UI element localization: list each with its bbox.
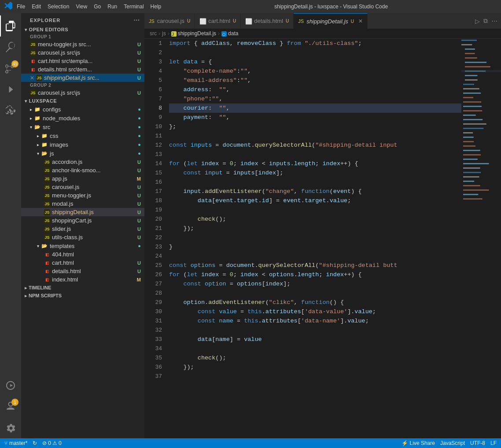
js-file-icon: JS bbox=[36, 75, 42, 81]
activity-bar: 49 1 bbox=[0, 13, 21, 438]
menu-run[interactable]: Run bbox=[107, 4, 117, 10]
sync-icon: ↻ bbox=[33, 440, 37, 446]
timeline-section[interactable]: TIMELINE bbox=[21, 284, 144, 292]
run-button[interactable]: ▷ bbox=[475, 18, 480, 25]
menu-selection[interactable]: Selection bbox=[48, 4, 69, 10]
folder-images[interactable]: 📁 images ● bbox=[21, 140, 144, 149]
file-menu-toggler[interactable]: JS menu-toggler.js U bbox=[21, 191, 144, 200]
code-line-12: const inputs = document.querySelectorAll… bbox=[169, 141, 461, 150]
breadcrumb-file[interactable]: JshippingDetail.js bbox=[171, 30, 216, 37]
menu-edit[interactable]: Edit bbox=[32, 4, 41, 10]
folder-node-modules[interactable]: 📁 node_modules ● bbox=[21, 114, 144, 122]
language-indicator[interactable]: JavaScript bbox=[440, 440, 465, 446]
file-404[interactable]: ◧ 404.html bbox=[21, 250, 144, 259]
code-content[interactable]: import { addClass, removeClass } from ".… bbox=[166, 39, 461, 438]
file-badge: U bbox=[137, 168, 144, 173]
file-slider[interactable]: JS slider.js U bbox=[21, 225, 144, 233]
tab-js-icon: JS bbox=[149, 19, 155, 24]
line-numbers: 1 2 3 4 5 6 7 8 9 10 11 12 13 14 15 16 1… bbox=[144, 39, 166, 438]
remote-icon[interactable] bbox=[0, 375, 21, 396]
open-editors-header[interactable]: OPEN EDITORS bbox=[21, 26, 144, 33]
account-icon[interactable]: 1 bbox=[0, 396, 21, 417]
new-file-icon[interactable]: ⋯ bbox=[133, 17, 140, 24]
menu-help[interactable]: Help bbox=[151, 4, 162, 10]
file-utils-class[interactable]: JS utils-class.js U bbox=[21, 233, 144, 241]
menu-file[interactable]: File bbox=[17, 4, 25, 10]
tab-details[interactable]: ⬜ details.html U bbox=[241, 13, 294, 29]
tab-close-button[interactable]: ✕ bbox=[358, 18, 363, 24]
file-details-html[interactable]: ◧ details.html U bbox=[21, 267, 144, 275]
close-icon[interactable]: ✕ bbox=[30, 75, 34, 81]
open-editor-carousel2[interactable]: JS carousel.js src\js U bbox=[21, 89, 144, 97]
open-editor-label: carousel.js src\js bbox=[38, 89, 80, 96]
open-editor-details[interactable]: ◧ details.html src\tem... U bbox=[21, 65, 144, 74]
tab-shipping-detail[interactable]: JS shippingDetail.js U ✕ bbox=[294, 13, 368, 29]
code-line-26: for (let index = 0; index < options.leng… bbox=[169, 270, 461, 279]
minimap-canvas bbox=[461, 39, 501, 303]
file-shopping-cart[interactable]: JS shoppingCart.js U bbox=[21, 216, 144, 225]
open-editor-menu-toggler[interactable]: JS menu-toggler.js src... U bbox=[21, 40, 144, 48]
open-editor-cart[interactable]: ◧ cart.html src\templa... U bbox=[21, 57, 144, 65]
folder-icon: 📁 bbox=[41, 132, 48, 139]
file-app[interactable]: JS app.js M bbox=[21, 174, 144, 183]
folder-icon: 📁 bbox=[34, 115, 41, 122]
extensions-activity-icon[interactable] bbox=[0, 100, 21, 121]
menu-go[interactable]: Go bbox=[94, 4, 101, 10]
live-share-button[interactable]: ⚡ Live Share bbox=[402, 440, 435, 446]
tab-cart[interactable]: ⬜ cart.html U bbox=[195, 13, 241, 29]
open-editor-carousel[interactable]: JS carousel.js src\js U bbox=[21, 48, 144, 57]
sync-button[interactable]: ↻ bbox=[33, 440, 37, 446]
menu-view[interactable]: View bbox=[76, 4, 87, 10]
encoding-indicator[interactable]: UTF-8 bbox=[470, 440, 485, 446]
file-anchor[interactable]: JS anchor-link-smoo... U bbox=[21, 166, 144, 174]
file-modal[interactable]: JS modal.js U bbox=[21, 200, 144, 208]
file-badge: U bbox=[137, 90, 144, 96]
code-line-32 bbox=[169, 326, 461, 335]
menu-terminal[interactable]: Terminal bbox=[124, 4, 144, 10]
luxspace-label: LUXSPACE bbox=[29, 98, 57, 104]
folder-badge: ● bbox=[138, 151, 144, 156]
file-badge: U bbox=[137, 269, 144, 274]
file-badge: U bbox=[137, 193, 144, 198]
branch-indicator[interactable]: ⑂ master* bbox=[4, 440, 27, 446]
error-indicator[interactable]: ⊘ 0 ⚠ 0 bbox=[42, 440, 61, 446]
folder-src[interactable]: 📂 src ● bbox=[21, 122, 144, 131]
file-cart-html[interactable]: ◧ cart.html U bbox=[21, 259, 144, 267]
line-ending-indicator[interactable]: LF bbox=[490, 440, 497, 446]
run-activity-icon[interactable] bbox=[0, 79, 21, 100]
search-activity-icon[interactable] bbox=[0, 37, 21, 58]
tab-carousel[interactable]: JS carousel.js U bbox=[144, 13, 195, 29]
folder-js[interactable]: 📂 js ● bbox=[21, 149, 144, 158]
folder-icon: 📂 bbox=[41, 242, 48, 249]
menu-bar[interactable]: File Edit Selection View Go Run Terminal… bbox=[17, 4, 161, 10]
split-editor-button[interactable]: ⧉ bbox=[483, 17, 488, 25]
folder-configs[interactable]: 📁 configs ● bbox=[21, 105, 144, 114]
settings-activity-icon[interactable] bbox=[0, 417, 21, 438]
file-index-html[interactable]: ◧ index.html M bbox=[21, 275, 144, 284]
sidebar-header-actions: ⋯ bbox=[133, 17, 140, 24]
folder-label: node_modules bbox=[43, 115, 80, 122]
file-shipping-detail[interactable]: JS shippingDetail.js U bbox=[21, 208, 144, 216]
code-editor[interactable]: 1 2 3 4 5 6 7 8 9 10 11 12 13 14 15 16 1… bbox=[144, 39, 501, 438]
npm-scripts-section[interactable]: NPM SCRIPTS bbox=[21, 292, 144, 300]
folder-templates[interactable]: 📂 templates ● bbox=[21, 241, 144, 250]
file-label: menu-toggler.js bbox=[52, 192, 91, 199]
code-line-35: check(); bbox=[169, 353, 461, 363]
error-icon: ⊘ bbox=[42, 440, 47, 446]
html-file-icon: ◧ bbox=[30, 58, 36, 64]
file-accordion[interactable]: JS accordion.js U bbox=[21, 158, 144, 166]
file-label: app.js bbox=[52, 175, 67, 182]
luxspace-header[interactable]: LUXSPACE bbox=[21, 97, 144, 105]
file-carousel-js[interactable]: JS carousel.js U bbox=[21, 183, 144, 191]
file-label: 404.html bbox=[52, 251, 74, 258]
breadcrumb-symbol[interactable]: ⬡data bbox=[221, 30, 238, 37]
breadcrumb-src[interactable]: src bbox=[150, 30, 157, 37]
tab-html-icon: ⬜ bbox=[245, 18, 251, 24]
js-file-icon: JS bbox=[44, 167, 50, 174]
explorer-activity-icon[interactable] bbox=[0, 15, 21, 37]
folder-css[interactable]: 📁 css ● bbox=[21, 131, 144, 140]
source-control-activity-icon[interactable]: 49 bbox=[0, 58, 21, 79]
breadcrumb-js[interactable]: js bbox=[162, 30, 166, 37]
open-editor-shipping[interactable]: ✕ JS shippingDetail.js src... U bbox=[21, 74, 144, 82]
more-actions-button[interactable]: ⋯ bbox=[491, 18, 497, 25]
